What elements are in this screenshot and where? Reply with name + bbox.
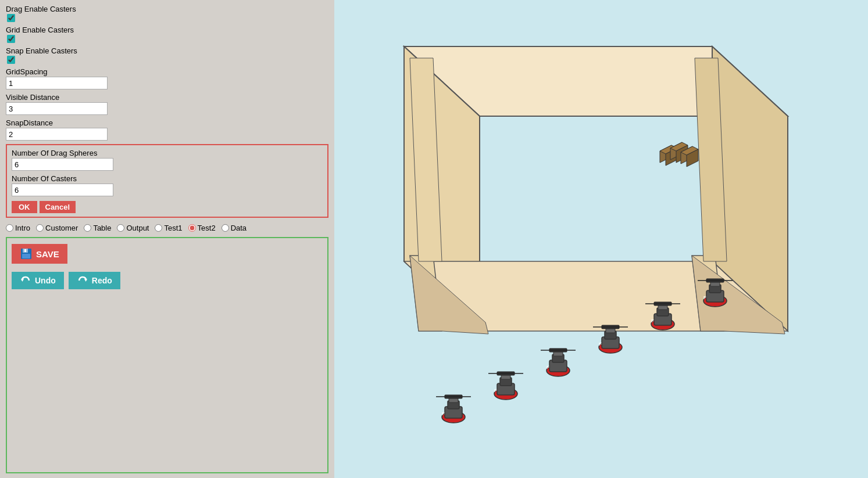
undo-icon	[20, 275, 31, 286]
3d-scene: F F F F	[334, 0, 868, 478]
grid-enable-label: Grid Enable Casters	[6, 26, 328, 34]
num-casters-row: Number Of Casters	[12, 174, 323, 196]
drag-enable-label: Drag Enable Casters	[6, 5, 328, 13]
visible-distance-row: Visible Distance	[6, 93, 328, 115]
save-icon	[20, 247, 33, 260]
save-label: SAVE	[36, 249, 59, 259]
grid-spacing-input[interactable]	[6, 77, 108, 89]
svg-marker-4	[21, 279, 24, 282]
svg-text:F: F	[546, 365, 549, 370]
drag-enable-row: Drag Enable Casters	[6, 5, 328, 22]
visible-distance-input[interactable]	[6, 102, 108, 115]
svg-text:F: F	[442, 411, 445, 416]
grid-enable-row: Grid Enable Casters	[6, 26, 328, 43]
grid-enable-checkbox[interactable]	[7, 35, 15, 43]
visible-distance-label: Visible Distance	[6, 93, 328, 102]
tabs-row: Intro Customer Table Output Test1 Test2 …	[6, 224, 328, 232]
tab-table[interactable]: Table	[84, 224, 111, 232]
snap-distance-label: SnapDistance	[6, 118, 328, 127]
svg-marker-5	[84, 279, 87, 282]
redo-button[interactable]: Redo	[69, 272, 120, 289]
green-bordered-section: SAVE Undo Redo	[6, 237, 328, 473]
left-panel: Drag Enable Casters Grid Enable Casters …	[0, 0, 334, 478]
cancel-button[interactable]: Cancel	[40, 201, 76, 213]
redo-icon	[77, 275, 88, 286]
snap-enable-label: Snap Enable Casters	[6, 46, 328, 55]
grid-spacing-label: GridSpacing	[6, 67, 328, 76]
tab-test2[interactable]: Test2	[188, 224, 216, 232]
svg-text:F: F	[651, 318, 654, 324]
grid-spacing-row: GridSpacing	[6, 67, 328, 89]
ok-cancel-row: OK Cancel	[12, 201, 323, 213]
snap-enable-checkbox[interactable]	[7, 56, 15, 64]
tab-customer[interactable]: Customer	[36, 224, 78, 232]
tab-intro[interactable]: Intro	[6, 224, 30, 232]
ok-button[interactable]: OK	[12, 201, 37, 213]
red-bordered-section: Number Of Drag Spheres Number Of Casters…	[6, 144, 328, 218]
drag-enable-checkbox[interactable]	[7, 14, 15, 22]
svg-text:F: F	[599, 342, 602, 347]
num-drag-input[interactable]	[12, 158, 113, 171]
num-casters-label: Number Of Casters	[12, 174, 323, 183]
undo-label: Undo	[35, 276, 56, 285]
tab-output[interactable]: Output	[117, 224, 149, 232]
num-drag-label: Number Of Drag Spheres	[12, 149, 323, 157]
right-panel: F F F F	[334, 0, 868, 478]
svg-rect-2	[24, 249, 26, 252]
svg-text:F: F	[703, 295, 706, 300]
snap-distance-input[interactable]	[6, 128, 108, 141]
snap-distance-row: SnapDistance	[6, 118, 328, 141]
num-casters-input[interactable]	[12, 184, 113, 196]
tab-test1[interactable]: Test1	[155, 224, 182, 232]
num-drag-row: Number Of Drag Spheres	[12, 149, 323, 171]
svg-rect-3	[22, 254, 30, 258]
redo-label: Redo	[92, 276, 112, 285]
snap-enable-row: Snap Enable Casters	[6, 46, 328, 64]
undo-redo-row: Undo Redo	[12, 272, 323, 289]
tab-data[interactable]: Data	[222, 224, 247, 232]
svg-text:F: F	[494, 388, 497, 393]
save-button[interactable]: SAVE	[12, 244, 67, 264]
undo-button[interactable]: Undo	[12, 272, 64, 289]
